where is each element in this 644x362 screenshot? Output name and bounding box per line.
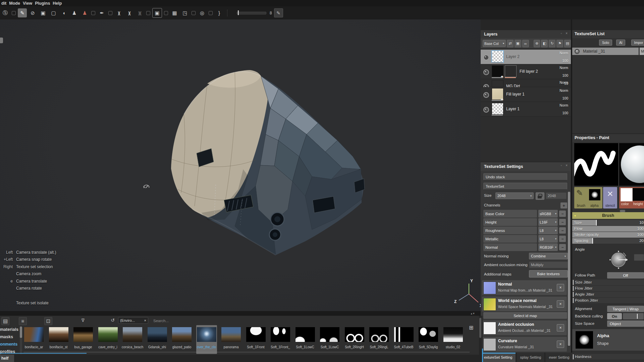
textureset-item[interactable]: Material _31: [572, 48, 639, 55]
environment-thumbnail[interactable]: [123, 327, 142, 342]
map-thumbnail[interactable]: [483, 282, 496, 294]
smudge-tool-icon[interactable]: ◖: [59, 8, 68, 17]
add-effect-icon[interactable]: ⊕: [534, 40, 540, 47]
channel-format-dropdown[interactable]: L16F▾: [538, 218, 558, 226]
layer-blend-mode[interactable]: Norm: [559, 66, 568, 70]
remove-channel-button[interactable]: −: [559, 210, 566, 217]
channel-filter-dropdown[interactable]: Base Col▾: [483, 40, 506, 47]
backface-culling-toggle[interactable]: On: [607, 313, 622, 319]
dome-tent-model[interactable]: [168, 69, 369, 258]
layer-opacity[interactable]: 100: [562, 59, 568, 63]
symmetry-y-toggle-icon[interactable]: )(: [125, 8, 134, 17]
environment-thumbnail[interactable]: [73, 327, 93, 342]
brush-slider[interactable]: Spacing 20: [572, 238, 644, 244]
dock-tab[interactable]: ewer Setting: [545, 353, 573, 362]
brush-slider[interactable]: Flow 100: [572, 226, 644, 232]
layer-visibility-toggle[interactable]: [483, 69, 489, 75]
panel-window-icons[interactable]: ▫ ×: [561, 32, 569, 35]
environment-thumbnail[interactable]: [98, 327, 118, 342]
shelf-category-item[interactable]: masks: [0, 333, 19, 341]
menu-item[interactable]: View: [21, 1, 34, 6]
layer-row[interactable]: ◆ Layer 2 Norm 100: [481, 50, 571, 64]
splitter-grip-icon[interactable]: ▴▾: [468, 311, 478, 315]
environment-item[interactable]: Soft_1LowC: [319, 325, 340, 354]
environment-thumbnail[interactable]: [443, 327, 463, 342]
symmetry-x-toggle-icon[interactable]: )(: [114, 8, 123, 17]
import-button[interactable]: Impor: [631, 40, 644, 46]
jitter-slider[interactable]: Flow Jitter: [572, 286, 644, 292]
map-thumbnail[interactable]: [483, 338, 496, 351]
size-field[interactable]: 2048: [546, 192, 567, 199]
brush-section-header[interactable]: ▾ Brush: [572, 212, 644, 219]
size-dropdown[interactable]: 2048▾: [495, 192, 534, 199]
environment-thumbnail[interactable]: [320, 327, 339, 342]
shelf-category-item[interactable]: onments: [0, 341, 19, 348]
environment-thumbnail[interactable]: [24, 327, 44, 342]
remove-channel-button[interactable]: −: [559, 236, 566, 242]
stencil-slot[interactable]: × stencil: [603, 187, 617, 208]
textureset-radio-icon[interactable]: [575, 49, 580, 54]
layer-row[interactable]: ◆ Layer 1 Norm 100: [481, 102, 571, 117]
material-preview-icon[interactable]: ◎: [198, 8, 207, 17]
environment-thumbnail[interactable]: [172, 327, 192, 342]
clone-stamp-tool-icon[interactable]: ♟: [70, 8, 79, 17]
follow-path-toggle[interactable]: Off: [607, 272, 644, 279]
environment-item[interactable]: panorama: [221, 325, 241, 354]
category-scrollbar[interactable]: [20, 326, 22, 354]
environment-item[interactable]: bonifacio_ar: [23, 325, 44, 354]
shelf-export-icon[interactable]: ⊡: [44, 317, 52, 325]
menu-item[interactable]: dit: [0, 1, 8, 6]
layer-mask-thumbnail[interactable]: [505, 65, 517, 77]
remove-map-button[interactable]: ×: [557, 324, 564, 331]
alignment-dropdown[interactable]: Tangent | Wrap: [607, 306, 644, 312]
perspective-toggle-icon[interactable]: ▣: [152, 8, 162, 18]
brush-icon[interactable]: ✎: [576, 188, 583, 198]
layer-row[interactable]: ◆ MG Dirt Norm 59: [481, 79, 571, 87]
dock-tab[interactable]: extureSet Setting: [481, 353, 516, 362]
angle-dial[interactable]: [608, 249, 629, 270]
brush-size-slider[interactable]: [237, 12, 266, 14]
environment-item[interactable]: glazed_patio: [171, 325, 192, 354]
angle-value-field[interactable]: [634, 254, 644, 261]
lazy-mouse-icon[interactable]: }: [215, 8, 224, 17]
environment-item[interactable]: bonifacio_st: [48, 325, 69, 354]
brush-preview-button[interactable]: ✎: [274, 8, 283, 17]
environment-thumbnail[interactable]: [419, 327, 438, 342]
symmetry-z-toggle-icon[interactable]: )|(: [135, 8, 144, 17]
layer-name[interactable]: Fill layer 1: [506, 92, 525, 97]
smart-material-tool-icon[interactable]: Ⓢ: [1, 8, 10, 17]
tool-option-badge-icon[interactable]: [209, 11, 213, 15]
environment-item[interactable]: Soft_1LowC: [295, 325, 316, 354]
add-folder-icon[interactable]: ⚑: [556, 40, 563, 47]
color-swatch[interactable]: [621, 188, 633, 201]
backface-culling-slider[interactable]: [623, 313, 644, 319]
menu-item[interactable]: Mode: [8, 1, 21, 6]
environment-item[interactable]: Soft_1Front_: [270, 325, 291, 354]
tool-option-badge-icon[interactable]: [192, 11, 196, 15]
height-swatch[interactable]: [633, 188, 644, 201]
remove-map-button[interactable]: ×: [557, 284, 564, 291]
select-id-map-button[interactable]: Select id map: [483, 312, 567, 319]
environment-item[interactable]: over_the_clo: [196, 325, 217, 354]
layer-opacity[interactable]: 59: [564, 81, 568, 85]
tool-option-badge-icon[interactable]: [164, 11, 168, 15]
layer-visibility-toggle[interactable]: [483, 92, 489, 98]
shelf-thumbnails-icon[interactable]: ▤: [1, 317, 9, 325]
grid-size-icon[interactable]: ⊞: [469, 324, 473, 331]
size-space-dropdown[interactable]: Object: [607, 320, 644, 327]
environment-item[interactable]: Soft_4TubeB: [393, 325, 414, 354]
layer-thumbnail[interactable]: ◆: [491, 50, 504, 63]
environment-item[interactable]: Gdansk_shi: [147, 325, 168, 354]
view-3d2d-toggle-icon[interactable]: ◳: [180, 8, 190, 17]
undo-stack-section[interactable]: Undo stack: [483, 173, 567, 180]
layer-thumbnail[interactable]: ◆: [492, 65, 503, 77]
polygon-fill-tool-icon[interactable]: ▢: [49, 8, 58, 17]
projection-tool-icon[interactable]: ▣: [39, 8, 48, 17]
layers-folder-icon[interactable]: ▣: [515, 40, 521, 47]
brush-slot-label[interactable]: brush: [577, 204, 585, 207]
environment-thumbnail[interactable]: [148, 327, 167, 342]
3d-viewport[interactable]: Left Camera translate (alt.) +Left Camer…: [0, 19, 481, 311]
shelf-list-view-icon[interactable]: ≡: [19, 317, 27, 325]
layer-opacity[interactable]: 100: [562, 73, 568, 77]
layer-blend-mode[interactable]: Norm: [559, 103, 568, 107]
